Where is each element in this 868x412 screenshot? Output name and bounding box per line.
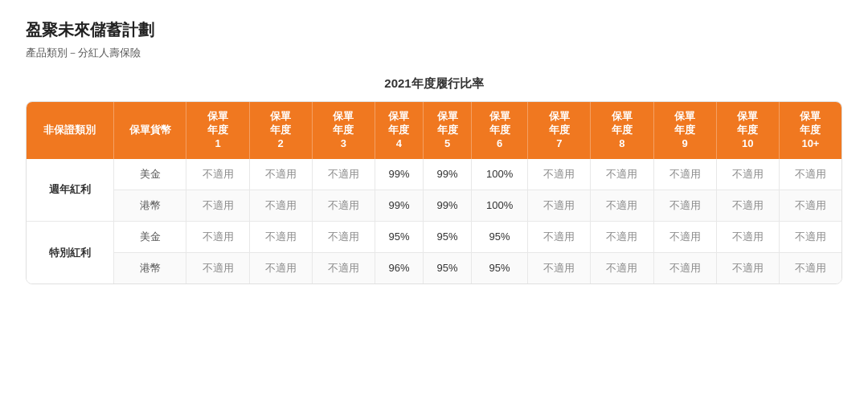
currency-cell: 港幣 bbox=[113, 253, 186, 284]
data-cell-y3: 不適用 bbox=[312, 159, 375, 190]
data-cell-y10p: 不適用 bbox=[779, 253, 841, 284]
data-cell-y10p: 不適用 bbox=[779, 222, 841, 253]
header-year6: 保單年度6 bbox=[472, 102, 528, 159]
table-row: 港幣不適用不適用不適用96%95%95%不適用不適用不適用不適用不適用 bbox=[27, 253, 841, 284]
data-cell-y1: 不適用 bbox=[186, 190, 249, 221]
page-title: 盈聚未來儲蓄計劃 bbox=[26, 19, 842, 41]
main-table: 非保證類別 保單貨幣 保單年度1 保單年度2 保單年度3 保單年度4 保單年度5… bbox=[27, 102, 841, 284]
currency-cell: 港幣 bbox=[113, 190, 186, 221]
data-cell-y9: 不適用 bbox=[653, 159, 716, 190]
data-cell-y5: 99% bbox=[424, 190, 472, 221]
category-cell: 特別紅利 bbox=[27, 222, 113, 284]
data-cell-y8: 不適用 bbox=[591, 159, 653, 190]
currency-cell: 美金 bbox=[113, 159, 186, 190]
header-category: 非保證類別 bbox=[27, 102, 113, 159]
header-year3: 保單年度3 bbox=[312, 102, 375, 159]
data-cell-y5: 99% bbox=[424, 159, 472, 190]
data-cell-y7: 不適用 bbox=[528, 159, 591, 190]
header-year1: 保單年度1 bbox=[186, 102, 249, 159]
data-cell-y4: 96% bbox=[375, 253, 423, 284]
header-year10: 保單年度10 bbox=[716, 102, 779, 159]
data-cell-y1: 不適用 bbox=[186, 222, 249, 253]
table-title: 2021年度履行比率 bbox=[26, 76, 842, 92]
data-cell-y3: 不適用 bbox=[312, 222, 375, 253]
header-year5: 保單年度5 bbox=[424, 102, 472, 159]
data-cell-y9: 不適用 bbox=[653, 253, 716, 284]
data-cell-y9: 不適用 bbox=[653, 222, 716, 253]
header-year8: 保單年度8 bbox=[591, 102, 653, 159]
data-cell-y9: 不適用 bbox=[653, 190, 716, 221]
data-cell-y10p: 不適用 bbox=[779, 190, 841, 221]
header-year4: 保單年度4 bbox=[375, 102, 423, 159]
table-row: 港幣不適用不適用不適用99%99%100%不適用不適用不適用不適用不適用 bbox=[27, 190, 841, 221]
data-cell-y6: 95% bbox=[472, 222, 528, 253]
data-cell-y10: 不適用 bbox=[716, 159, 779, 190]
table-row: 週年紅利美金不適用不適用不適用99%99%100%不適用不適用不適用不適用不適用 bbox=[27, 159, 841, 190]
data-cell-y3: 不適用 bbox=[312, 190, 375, 221]
page-subtitle: 產品類別－分紅人壽保險 bbox=[26, 46, 842, 60]
data-cell-y8: 不適用 bbox=[591, 253, 653, 284]
data-cell-y10p: 不適用 bbox=[779, 159, 841, 190]
data-cell-y10: 不適用 bbox=[716, 253, 779, 284]
data-cell-y6: 95% bbox=[472, 253, 528, 284]
data-cell-y8: 不適用 bbox=[591, 222, 653, 253]
data-cell-y7: 不適用 bbox=[528, 253, 591, 284]
header-year7: 保單年度7 bbox=[528, 102, 591, 159]
data-cell-y1: 不適用 bbox=[186, 159, 249, 190]
currency-cell: 美金 bbox=[113, 222, 186, 253]
header-year10p: 保單年度10+ bbox=[779, 102, 841, 159]
data-cell-y4: 99% bbox=[375, 190, 423, 221]
data-cell-y2: 不適用 bbox=[249, 159, 312, 190]
data-cell-y8: 不適用 bbox=[591, 190, 653, 221]
header-year2: 保單年度2 bbox=[249, 102, 312, 159]
data-cell-y4: 95% bbox=[375, 222, 423, 253]
data-cell-y5: 95% bbox=[424, 222, 472, 253]
data-cell-y4: 99% bbox=[375, 159, 423, 190]
table-wrapper: 非保證類別 保單貨幣 保單年度1 保單年度2 保單年度3 保單年度4 保單年度5… bbox=[26, 101, 842, 284]
data-cell-y10: 不適用 bbox=[716, 222, 779, 253]
data-cell-y10: 不適用 bbox=[716, 190, 779, 221]
data-cell-y7: 不適用 bbox=[528, 190, 591, 221]
header-currency: 保單貨幣 bbox=[113, 102, 186, 159]
data-cell-y2: 不適用 bbox=[249, 190, 312, 221]
data-cell-y6: 100% bbox=[472, 190, 528, 221]
data-cell-y2: 不適用 bbox=[249, 222, 312, 253]
header-year9: 保單年度9 bbox=[653, 102, 716, 159]
data-cell-y3: 不適用 bbox=[312, 253, 375, 284]
table-row: 特別紅利美金不適用不適用不適用95%95%95%不適用不適用不適用不適用不適用 bbox=[27, 222, 841, 253]
category-cell: 週年紅利 bbox=[27, 159, 113, 222]
header-row: 非保證類別 保單貨幣 保單年度1 保單年度2 保單年度3 保單年度4 保單年度5… bbox=[27, 102, 841, 159]
data-cell-y2: 不適用 bbox=[249, 253, 312, 284]
data-cell-y7: 不適用 bbox=[528, 222, 591, 253]
data-cell-y6: 100% bbox=[472, 159, 528, 190]
data-cell-y5: 95% bbox=[424, 253, 472, 284]
data-cell-y1: 不適用 bbox=[186, 253, 249, 284]
